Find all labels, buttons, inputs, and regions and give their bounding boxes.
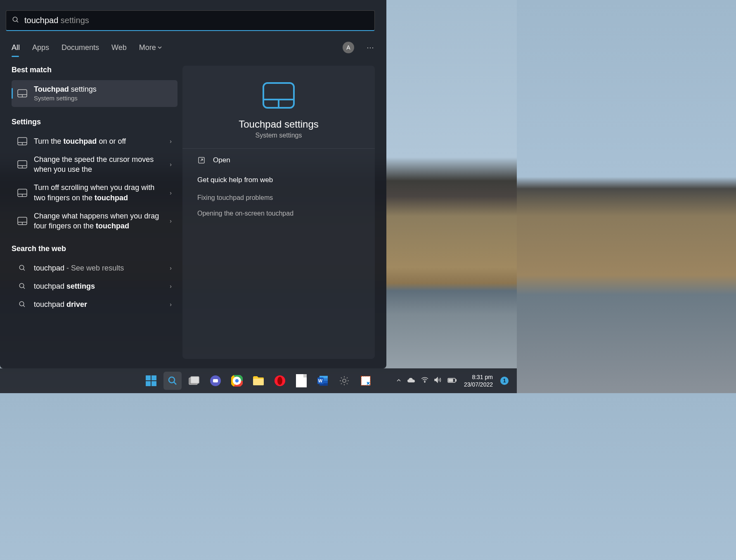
start-button[interactable] bbox=[142, 372, 160, 390]
svg-line-1 bbox=[17, 21, 18, 22]
chevron-down-icon bbox=[158, 45, 162, 50]
wifi-icon[interactable] bbox=[421, 377, 428, 384]
touchpad-icon bbox=[17, 216, 27, 226]
help-link[interactable]: Opening the on-screen touchpad bbox=[182, 206, 375, 221]
chat-button[interactable] bbox=[206, 372, 225, 390]
results-column: Best match Touchpad settings System sett… bbox=[12, 66, 177, 359]
svg-text:W: W bbox=[318, 378, 323, 383]
search-icon bbox=[12, 16, 19, 25]
result-setting-item[interactable]: Turn the touchpad on or off › bbox=[12, 132, 177, 150]
chevron-right-icon: › bbox=[170, 283, 172, 289]
tab-documents[interactable]: Documents bbox=[62, 43, 99, 52]
search-text: touchpad settings bbox=[24, 16, 89, 25]
result-web-item[interactable]: touchpad settings › bbox=[12, 277, 177, 295]
svg-line-18 bbox=[23, 269, 25, 271]
section-settings: Settings bbox=[12, 118, 177, 126]
chevron-right-icon: › bbox=[170, 301, 172, 308]
preview-subtitle: System settings bbox=[256, 132, 302, 139]
opera-icon[interactable] bbox=[271, 372, 289, 390]
search-panel: touchpad settings All Apps Documents Web… bbox=[0, 0, 386, 368]
word-icon[interactable]: W bbox=[314, 372, 332, 390]
task-view-button[interactable] bbox=[185, 372, 203, 390]
svg-point-19 bbox=[19, 283, 24, 288]
tab-apps[interactable]: Apps bbox=[32, 43, 49, 52]
user-avatar[interactable]: A bbox=[343, 42, 354, 53]
help-header: Get quick help from web bbox=[182, 172, 375, 190]
svg-rect-29 bbox=[146, 381, 151, 386]
svg-rect-58 bbox=[456, 380, 457, 381]
touchpad-large-icon bbox=[263, 82, 295, 110]
svg-point-56 bbox=[424, 382, 425, 382]
svg-point-0 bbox=[13, 17, 17, 21]
chevron-right-icon: › bbox=[170, 161, 172, 168]
more-options-button[interactable]: ⋯ bbox=[367, 43, 375, 52]
result-setting-item[interactable]: Change what happens when you drag four f… bbox=[12, 207, 177, 235]
result-touchpad-settings[interactable]: Touchpad settings System settings bbox=[12, 80, 177, 107]
settings-icon[interactable] bbox=[335, 372, 353, 390]
svg-rect-47 bbox=[303, 374, 307, 377]
chrome-icon[interactable] bbox=[228, 372, 246, 390]
touchpad-icon bbox=[17, 136, 27, 146]
notification-badge[interactable]: 1 bbox=[500, 377, 509, 385]
svg-rect-43 bbox=[253, 379, 264, 385]
svg-rect-28 bbox=[151, 375, 156, 380]
tab-more[interactable]: More bbox=[139, 43, 162, 52]
svg-rect-27 bbox=[146, 375, 151, 380]
touchpad-icon bbox=[17, 159, 27, 169]
help-link[interactable]: Fixing touchpad problems bbox=[182, 190, 375, 206]
svg-point-45 bbox=[277, 377, 282, 385]
search-taskbar-button[interactable] bbox=[163, 372, 182, 390]
svg-line-20 bbox=[23, 287, 25, 289]
volume-icon[interactable] bbox=[434, 377, 442, 385]
preview-title: Touchpad settings bbox=[239, 119, 318, 130]
preview-pane: Touchpad settings System settings Open G… bbox=[182, 66, 375, 359]
open-action[interactable]: Open bbox=[182, 149, 375, 172]
search-icon bbox=[17, 299, 27, 309]
search-icon bbox=[17, 281, 27, 291]
svg-rect-36 bbox=[213, 379, 218, 382]
tab-all[interactable]: All bbox=[12, 43, 20, 52]
taskbar-clock[interactable]: 8:31 pm 23/07/2022 bbox=[464, 373, 493, 388]
svg-point-54 bbox=[343, 379, 346, 382]
svg-rect-34 bbox=[191, 377, 199, 383]
svg-point-21 bbox=[19, 302, 24, 306]
svg-rect-59 bbox=[449, 379, 453, 382]
svg-point-31 bbox=[169, 377, 175, 383]
file-explorer-icon[interactable] bbox=[249, 372, 267, 390]
svg-line-22 bbox=[23, 306, 25, 307]
chevron-right-icon: › bbox=[170, 218, 172, 224]
chevron-right-icon: › bbox=[170, 138, 172, 145]
touchpad-icon bbox=[17, 188, 27, 198]
result-setting-item[interactable]: Turn off scrolling when you drag with tw… bbox=[12, 178, 177, 207]
onedrive-icon[interactable] bbox=[407, 377, 415, 384]
section-best-match: Best match bbox=[12, 66, 177, 74]
search-tabs: All Apps Documents Web More A ⋯ bbox=[0, 31, 386, 56]
open-icon bbox=[197, 156, 206, 164]
battery-icon[interactable] bbox=[447, 377, 457, 384]
chevron-right-icon: › bbox=[170, 265, 172, 271]
result-web-item[interactable]: touchpad - See web results › bbox=[12, 259, 177, 277]
snipping-tool-icon[interactable] bbox=[357, 372, 375, 390]
search-icon bbox=[17, 263, 27, 273]
result-setting-item[interactable]: Change the speed the cursor moves when y… bbox=[12, 150, 177, 179]
result-web-item[interactable]: touchpad driver › bbox=[12, 295, 177, 313]
svg-point-17 bbox=[19, 265, 24, 270]
app-icon[interactable] bbox=[292, 372, 310, 390]
search-input[interactable]: touchpad settings bbox=[6, 10, 375, 31]
chevron-right-icon: › bbox=[170, 190, 172, 196]
svg-line-32 bbox=[174, 382, 176, 384]
taskbar: W 8:31 pm 23/07/2022 1 bbox=[0, 368, 517, 393]
section-search-web: Search the web bbox=[12, 244, 177, 253]
tray-chevron-icon[interactable] bbox=[396, 377, 401, 384]
touchpad-icon bbox=[17, 88, 27, 98]
tab-web[interactable]: Web bbox=[111, 43, 127, 52]
svg-rect-30 bbox=[151, 381, 156, 386]
